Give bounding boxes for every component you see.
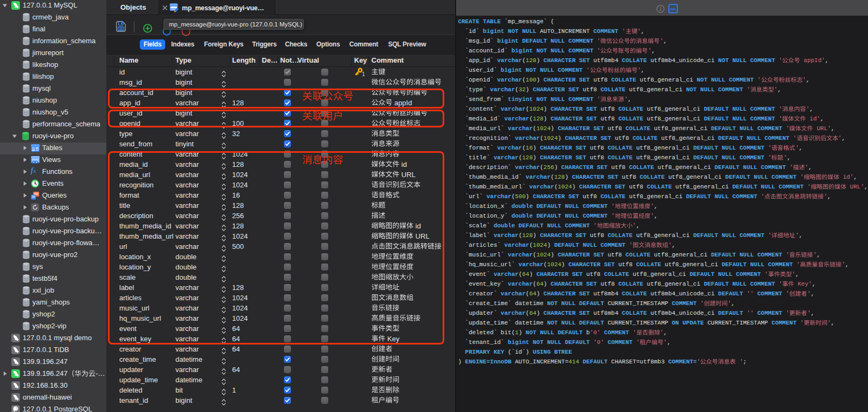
svg-text:DDL: DDL xyxy=(670,8,676,11)
svg-text:1: 1 xyxy=(362,71,365,77)
